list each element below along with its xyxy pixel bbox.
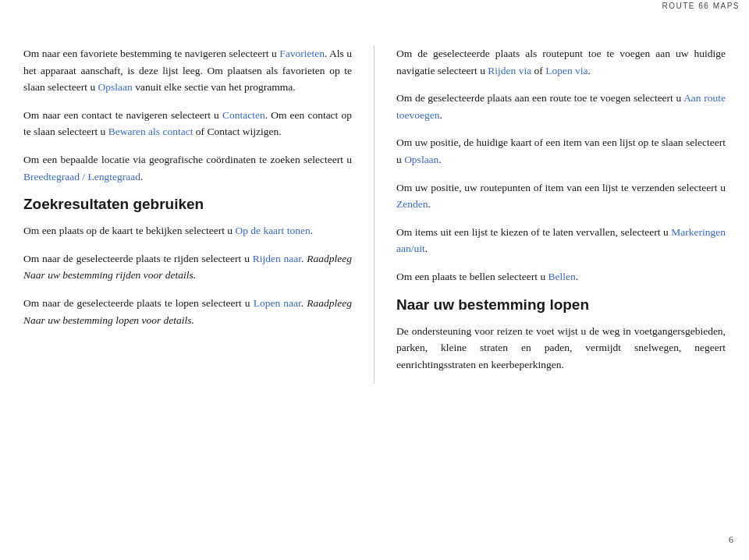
paragraph-kaart-tonen: Om een plaats op de kaart te bekijken se…	[23, 222, 352, 239]
link-lopen-naar[interactable]: Lopen naar	[254, 297, 301, 309]
paragraph-aan-route: Om de geselecteerde plaats aan een route…	[396, 90, 726, 123]
left-column: Om naar een favoriete bestemming te navi…	[23, 45, 374, 384]
paragraph-routepunt: Om de geselecteerde plaats als routepunt…	[396, 45, 726, 79]
paragraph-markeringen: Om items uit een lijst te kiezen of te l…	[396, 224, 726, 257]
link-aan-route[interactable]: Aan route toevoegen	[396, 92, 726, 121]
link-favorieten[interactable]: Favorieten	[279, 48, 325, 59]
link-markeringen[interactable]: Markeringen aan/uit	[396, 226, 726, 255]
link-lopen-via[interactable]: Lopen via	[545, 65, 587, 76]
paragraph-loopondersteuning: De ondersteuning voor reizen te voet wij…	[396, 323, 726, 374]
link-zenden[interactable]: Zenden	[396, 198, 428, 210]
content-area: Om naar een favoriete bestemming te navi…	[0, 14, 749, 415]
paragraph-lopen-naar: Om naar de geselecteerde plaats te lopen…	[23, 295, 352, 328]
paragraph-1: Om naar een favoriete bestemming te navi…	[23, 45, 352, 96]
paragraph-opslaan: Om uw positie, de huidige kaart of een i…	[396, 134, 726, 168]
header-title: ROUTE 66 MAPS	[662, 2, 740, 10]
section-heading-zoekresultaten: Zoekresultaten gebruiken	[23, 196, 352, 213]
page-header: ROUTE 66 MAPS	[662, 2, 740, 10]
paragraph-2: Om naar een contact te navigeren selecte…	[23, 107, 352, 140]
paragraph-bellen: Om een plaats te bellen selecteert u Bel…	[396, 268, 726, 285]
link-contacten[interactable]: Contacten	[222, 109, 265, 121]
paragraph-rijden-naar: Om naar de geselecteerde plaats te rijde…	[23, 250, 352, 284]
link-opslaan-2[interactable]: Opslaan	[404, 154, 438, 165]
link-breedtegraad[interactable]: Breedtegraad / Lengtegraad	[23, 171, 140, 183]
page-number: 6	[729, 534, 733, 546]
link-bellen[interactable]: Bellen	[548, 271, 576, 282]
right-column: Om de geselecteerde plaats als routepunt…	[374, 45, 726, 384]
paragraph-3: Om een bepaalde locatie via geografische…	[23, 151, 352, 185]
link-rijden-via[interactable]: Rijden via	[488, 65, 531, 76]
link-rijden-naar[interactable]: Rijden naar	[253, 253, 301, 264]
link-bewaren-contact[interactable]: Bewaren als contact	[108, 126, 193, 137]
link-opslaan-1[interactable]: Opslaan	[98, 81, 133, 93]
section-heading-lopen: Naar uw bestemming lopen	[396, 296, 726, 314]
link-op-kaart[interactable]: Op de kaart tonen	[235, 225, 310, 236]
paragraph-zenden: Om uw positie, uw routepunten of item va…	[396, 179, 726, 213]
